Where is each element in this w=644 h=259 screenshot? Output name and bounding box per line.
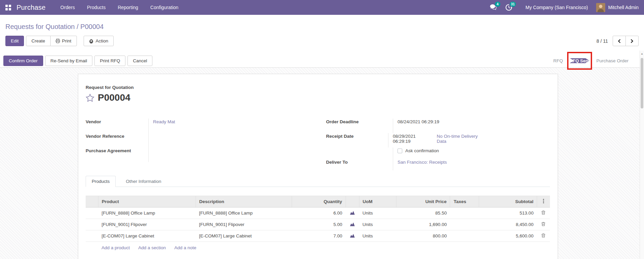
activities-icon[interactable]: 31 — [505, 4, 513, 11]
menu-reporting[interactable]: Reporting — [118, 5, 138, 10]
col-product[interactable]: Product — [98, 196, 196, 207]
col-description[interactable]: Description — [196, 196, 292, 207]
cell-taxes[interactable] — [450, 230, 479, 242]
cell-subtotal[interactable]: 8,450.00 — [479, 219, 537, 230]
status-steps: RFQ RFQ Sent Purchase Order — [548, 55, 634, 66]
document-name: P00004 — [98, 92, 130, 103]
forecast-chart-icon[interactable] — [350, 210, 355, 215]
scrollbar-thumb[interactable] — [641, 58, 643, 108]
col-quantity[interactable]: Quantity — [292, 196, 346, 207]
cell-description[interactable]: [FURN_8888] Office Lamp — [196, 207, 292, 219]
cell-subtotal[interactable]: 513.00 — [479, 207, 537, 219]
breadcrumb: Requests for Quotation / P00004 — [5, 22, 639, 31]
col-unit-price[interactable]: Unit Price — [396, 196, 450, 207]
field-receipt-date: Receipt Date 08/29/2021 06:29:19 No On-t… — [326, 133, 485, 148]
confirm-order-button[interactable]: Confirm Order — [3, 56, 43, 66]
cell-description[interactable]: [FURN_9001] Flipover — [196, 219, 292, 230]
delete-row-icon[interactable] — [541, 210, 546, 215]
col-forecast — [346, 196, 359, 207]
col-uom[interactable]: UoM — [359, 196, 396, 207]
field-vendor: Vendor Ready Mat — [86, 119, 227, 133]
forecast-chart-icon[interactable] — [350, 233, 355, 238]
favorite-star-icon[interactable] — [86, 94, 94, 102]
order-deadline-label: Order Deadline — [326, 119, 393, 133]
receipt-date-value[interactable]: 08/29/2021 06:29:19 — [393, 134, 431, 144]
cell-product[interactable]: [E-COM07] Large Cabinet — [98, 230, 196, 242]
pager: 8 / 11 — [596, 36, 639, 46]
breadcrumb-current: P00004 — [80, 23, 104, 30]
table-row[interactable]: [E-COM07] Large Cabinet [E-COM07] Large … — [86, 230, 550, 242]
cell-taxes[interactable] — [450, 219, 479, 230]
pager-next-button[interactable] — [625, 36, 639, 46]
table-row[interactable]: [FURN_8888] Office Lamp [FURN_8888] Offi… — [86, 207, 550, 219]
create-button[interactable]: Create — [26, 36, 51, 46]
status-step-rfq-sent-current[interactable]: RFQ Sent — [569, 58, 589, 63]
resend-by-email-button[interactable]: Re-Send by Email — [45, 56, 93, 66]
menu-configuration[interactable]: Configuration — [150, 5, 178, 10]
optional-columns-icon[interactable] — [537, 196, 550, 207]
cell-uom[interactable]: Units — [359, 230, 396, 242]
deliver-to-value-link[interactable]: San Francisco: Receipts — [398, 160, 447, 165]
cell-quantity[interactable]: 6.00 — [292, 207, 346, 219]
table-row[interactable]: [FURN_9001] Flipover [FURN_9001] Flipove… — [86, 219, 550, 230]
add-a-product-link[interactable]: Add a product — [101, 245, 130, 250]
delete-row-icon[interactable] — [541, 222, 546, 226]
tab-other-information[interactable]: Other Information — [120, 176, 167, 187]
cell-uom[interactable]: Units — [359, 207, 396, 219]
top-navbar: Purchase Orders Products Reporting Confi… — [0, 0, 644, 15]
breadcrumb-separator: / — [75, 23, 81, 30]
menu-products[interactable]: Products — [87, 5, 106, 10]
messages-icon[interactable]: 4 — [490, 4, 497, 11]
chevron-right-icon — [630, 39, 634, 43]
add-a-note-link[interactable]: Add a note — [174, 245, 196, 250]
forecast-chart-icon[interactable] — [350, 222, 355, 227]
ask-confirmation-label: Ask confirmation — [405, 148, 439, 153]
notebook-tabs: Products Other Information — [86, 176, 550, 187]
cell-uom[interactable]: Units — [359, 219, 396, 230]
avatar — [596, 3, 605, 12]
cell-product[interactable]: [FURN_8888] Office Lamp — [98, 207, 196, 219]
apps-menu-icon[interactable] — [5, 5, 11, 10]
edit-button[interactable]: Edit — [5, 36, 24, 46]
cell-unit-price[interactable]: 85.50 — [396, 207, 450, 219]
col-subtotal[interactable]: Subtotal — [479, 196, 537, 207]
cell-product[interactable]: [FURN_9001] Flipover — [98, 219, 196, 230]
delete-row-icon[interactable] — [541, 233, 546, 238]
gear-icon — [89, 39, 94, 43]
action-button[interactable]: Action — [84, 36, 114, 46]
print-button[interactable]: Print — [50, 36, 77, 46]
add-a-section-link[interactable]: Add a section — [138, 245, 166, 250]
cell-description[interactable]: [E-COM07] Large Cabinet — [196, 230, 292, 242]
purchase-agreement-label: Purchase Agreement — [86, 148, 149, 162]
cell-subtotal[interactable]: 5,600.00 — [479, 230, 537, 242]
col-taxes[interactable]: Taxes — [450, 196, 479, 207]
print-rfq-button[interactable]: Print RFQ — [94, 56, 125, 66]
cancel-button[interactable]: Cancel — [127, 56, 152, 66]
menu-orders[interactable]: Orders — [60, 5, 75, 10]
order-lines-table: Product Description Quantity UoM Unit Pr… — [86, 196, 550, 242]
scroll-up-icon[interactable]: ▲ — [640, 51, 644, 55]
cell-unit-price[interactable]: 800.00 — [396, 230, 450, 242]
cell-taxes[interactable] — [450, 207, 479, 219]
vendor-reference-value[interactable] — [149, 133, 153, 134]
user-menu[interactable]: Mitchell Admin — [596, 3, 639, 12]
pager-previous-button[interactable] — [613, 36, 626, 46]
cell-quantity[interactable]: 5.00 — [292, 219, 346, 230]
tab-products[interactable]: Products — [86, 176, 116, 187]
cell-unit-price[interactable]: 1,690.00 — [396, 219, 450, 230]
ask-confirmation-checkbox[interactable] — [398, 149, 402, 153]
status-step-rfq[interactable]: RFQ — [548, 58, 568, 63]
cell-quantity[interactable]: 7.00 — [292, 230, 346, 242]
statusbar: Confirm Order Re-Send by Email Print RFQ… — [0, 54, 644, 68]
app-title[interactable]: Purchase — [17, 4, 46, 11]
company-switcher[interactable]: My Company (San Francisco) — [526, 5, 588, 10]
vertical-scrollbar[interactable]: ▲ — [640, 51, 644, 259]
order-deadline-value[interactable]: 08/24/2021 06:29:19 — [393, 119, 439, 125]
vendor-value-link[interactable]: Ready Mat — [153, 119, 175, 124]
purchase-agreement-value[interactable] — [149, 148, 153, 149]
breadcrumb-parent[interactable]: Requests for Quotation — [5, 23, 75, 30]
doc-type-label: Request for Quotation — [86, 85, 550, 90]
status-step-purchase-order[interactable]: Purchase Order — [591, 58, 634, 63]
ontime-delivery-link[interactable]: No On-time Delivery Data — [437, 134, 485, 144]
control-panel: Requests for Quotation / P00004 Edit Cre… — [0, 15, 644, 54]
